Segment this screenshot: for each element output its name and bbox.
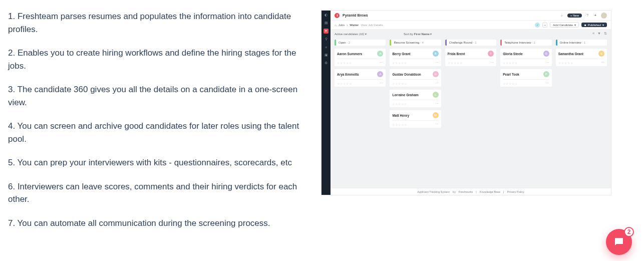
card-menu-icon[interactable]: ⋯ [601,61,604,65]
kanban-column: Challenge Round · 1Frida BrentF☆☆☆☆☆⋯ [445,40,496,184]
gift-icon[interactable]: ✦ [593,13,598,18]
candidate-name: Pearl Took [503,73,519,76]
footer-link[interactable]: Applicant Tracking System [417,190,450,193]
card-menu-icon[interactable]: ⋯ [435,102,439,106]
kanban-column: Online Interview · 1Samantha GrantS☆☆☆☆☆… [556,40,607,184]
card-menu-icon[interactable]: ⋯ [490,61,494,65]
candidate-name: Samantha Grant [558,52,583,56]
feature-item: 3. The candidate 360 gives you all the d… [8,83,306,109]
rating-stars[interactable]: ☆☆☆☆☆ [392,61,407,65]
nav-settings-icon[interactable]: ⚙ [324,61,329,66]
candidate-name: Arya Emmetts [337,73,359,76]
search-icon[interactable]: ⌕ [559,13,564,18]
view-list-icon[interactable]: ≡ [592,32,594,36]
candidate-avatar: S [598,51,604,57]
rating-stars[interactable]: ☆☆☆☆☆ [503,82,518,85]
rating-stars[interactable]: ☆☆☆☆☆ [503,61,518,65]
candidate-card[interactable]: Gloria SteeleG☆☆☆☆☆⋯ [500,49,551,66]
sort-icon[interactable]: ⇅ [604,32,607,36]
column-header[interactable]: Resume Screening · 4 [390,40,441,46]
kanban-column: Telephone Interview · 2Gloria SteeleG☆☆☆… [500,40,551,184]
candidate-name: Aaron Summers [337,52,362,56]
breadcrumb-item[interactable]: Waiter [350,24,359,27]
nav-list-icon[interactable]: ≡ [324,45,329,50]
feature-item: 5. You can prep your interviewers with k… [8,156,306,169]
candidate-name: Lorraine Graham [392,93,418,97]
card-menu-icon[interactable]: ⋯ [546,61,549,65]
column-header[interactable]: Online Interview · 1 [556,40,607,46]
add-candidate-button[interactable]: Add Candidate▾ [550,22,579,28]
candidate-avatar: G [433,71,439,77]
candidate-card[interactable]: Arya EmmettsA☆☆☆☆☆⋯ [335,69,386,87]
column-header[interactable]: Telephone Interview · 2 [500,40,551,46]
candidate-avatar: G [543,51,549,57]
active-candidates-filter[interactable]: Active candidates (10) ▾ [335,32,367,36]
footer-link[interactable]: Privacy Policy [507,190,524,193]
home-icon[interactable]: ⌂ [335,24,337,27]
candidate-card[interactable]: Gustav DonaldsonG☆☆☆☆☆⋯ [390,69,441,87]
rating-stars[interactable]: ☆☆☆☆☆ [392,123,407,126]
add-assignee-button[interactable]: + [542,23,547,28]
sort-filter[interactable]: Sort by First Name ▾ [404,32,432,36]
chat-button[interactable]: 2 [606,229,632,255]
chat-badge: 2 [624,227,634,237]
footer-link[interactable]: Freshworks [459,190,473,193]
app-topbar: ⬆ Pyramid Brews ⌕ + New ? ✦ [331,11,611,21]
candidate-name: Gustav Donaldson [392,73,421,76]
candidate-card[interactable]: Samantha GrantS☆☆☆☆☆⋯ [556,49,607,66]
candidate-card[interactable]: Lorraine GrahamL☆☆☆☆☆⋯ [390,90,441,107]
breadcrumb-view[interactable]: View Job Details [361,24,383,27]
candidate-name: Gloria Steele [503,52,523,56]
card-menu-icon[interactable]: ⋯ [435,81,439,85]
assignee-avatar[interactable]: ✓ [535,23,540,28]
kanban-column: Open · 2Aaron SummersA☆☆☆☆☆⋯Arya Emmetts… [335,40,386,184]
new-button[interactable]: + New [567,14,582,18]
candidate-card[interactable]: Pearl TookP☆☆☆☆☆⋯ [500,69,551,87]
rating-stars[interactable]: ☆☆☆☆☆ [392,82,407,85]
nav-recruit-icon[interactable]: ✦ [324,29,329,34]
nav-box-icon[interactable]: ▣ [324,53,329,58]
candidate-avatar: P [543,71,549,77]
rating-stars[interactable]: ☆☆☆☆☆ [448,61,463,65]
filter-icon[interactable]: ▼ [597,32,601,36]
candidate-name: Frida Brent [448,52,465,56]
user-avatar[interactable] [601,13,607,19]
help-icon[interactable]: ? [585,13,590,18]
feature-list: 1. Freshteam parses resumes and populate… [8,10,306,240]
candidate-card[interactable]: Matt HenryM☆☆☆☆☆⋯ [390,110,441,128]
feature-item: 4. You can screen and archive good candi… [8,120,306,145]
app-screenshot: ◐ ▤ ✦ ⚲ ≡ ▣ ⚙ ⬆ Pyramid Brews ⌕ + New ? [321,10,611,195]
brand-name: Pyramid Brews [343,14,368,17]
nav-team-icon[interactable]: ⚲ [324,37,329,42]
rating-stars[interactable]: ☆☆☆☆☆ [337,82,352,85]
breadcrumb-sep: › [347,24,348,27]
nav-dashboard-icon[interactable]: ◐ [324,13,329,18]
brand-icon: ⬆ [335,13,340,18]
candidate-avatar: A [377,71,383,77]
feature-item: 7. You can automate all communication du… [8,217,306,230]
rating-stars[interactable]: ☆☆☆☆☆ [392,102,407,106]
card-menu-icon[interactable]: ⋯ [380,61,383,65]
candidate-avatar: L [433,92,439,98]
feature-item: 2. Enables you to create hiring workflow… [8,47,306,72]
card-menu-icon[interactable]: ⋯ [380,81,383,85]
breadcrumb-item[interactable]: Jobs [339,24,345,27]
footer-link[interactable]: Knowledge Base [480,190,500,193]
candidate-card[interactable]: Aaron SummersA☆☆☆☆☆⋯ [335,49,386,66]
card-menu-icon[interactable]: ⋯ [435,122,439,126]
card-menu-icon[interactable]: ⋯ [546,81,549,85]
column-header[interactable]: Open · 2 [335,40,386,46]
candidate-avatar: F [488,51,494,57]
kanban-column: Resume Screening · 4Berry GrantB☆☆☆☆☆⋯Gu… [390,40,441,184]
candidate-card[interactable]: Frida BrentF☆☆☆☆☆⋯ [445,49,496,66]
chat-icon [613,236,625,248]
feature-item: 6. Interviewers can leave scores, commen… [8,180,306,206]
rating-stars[interactable]: ☆☆☆☆☆ [558,61,573,65]
card-menu-icon[interactable]: ⋯ [435,61,439,65]
published-button[interactable]: ■Published▾ [581,23,607,27]
feature-item: 1. Freshteam parses resumes and populate… [8,10,306,36]
candidate-card[interactable]: Berry GrantB☆☆☆☆☆⋯ [390,49,441,66]
rating-stars[interactable]: ☆☆☆☆☆ [337,61,352,65]
column-header[interactable]: Challenge Round · 1 [445,40,496,46]
nav-calendar-icon[interactable]: ▤ [324,21,329,26]
